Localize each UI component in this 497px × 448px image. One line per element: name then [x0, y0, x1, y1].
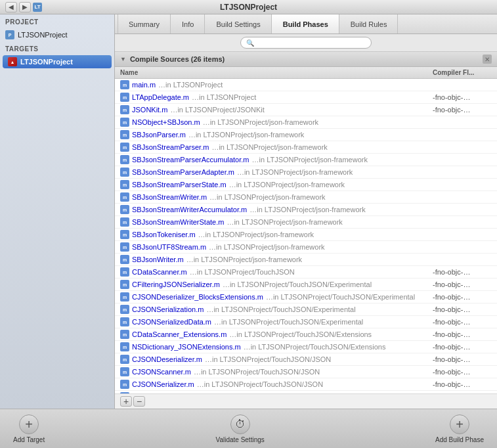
compiler-flags: -fno-objc-… [433, 343, 492, 351]
table-row[interactable]: mmain.m …in LTJSONProject [115, 79, 497, 91]
file-type-icon: m [120, 242, 129, 252]
add-target-action[interactable]: + Add Target [13, 414, 45, 443]
compiler-flags: -fno-objc-… [433, 330, 492, 338]
table-row[interactable]: mSBJsonStreamWriterAccumulator.m …in LTJ… [115, 204, 497, 216]
table-row[interactable]: mCJSONScanner.m …in LTJSONProject/TouchJ… [115, 366, 497, 378]
tab-info[interactable]: Info [171, 14, 205, 34]
table-row[interactable]: mCJSONDeserializer_BlocksExtensions.m …i… [115, 291, 497, 303]
validate-settings-icon: ⏱ [230, 414, 250, 434]
file-list: mmain.m …in LTJSONProjectmLTAppDelegate.… [115, 79, 497, 393]
search-input[interactable] [257, 39, 366, 47]
table-row[interactable]: mSBJsonStreamWriter.m …in LTJSONProject/… [115, 191, 497, 204]
sidebar: PROJECT P LTJSONProject TARGETS ▲ LTJSON… [0, 14, 115, 409]
file-name: CJSONScanner.m [132, 368, 191, 376]
file-name: SBJsonStreamParserState.m [132, 181, 227, 189]
file-name: LTAppDelegate.m [132, 93, 189, 101]
project-file-icon: P [5, 30, 14, 39]
file-path: …in LTJSONProject/TouchJSON/Extensions [244, 343, 386, 351]
file-path: …in LTJSONProject/json-framework [211, 143, 327, 151]
file-name: SBJsonTokeniser.m [132, 231, 196, 238]
file-list-container[interactable]: Name Compiler Fl... mmain.m …in LTJSONPr… [115, 67, 497, 393]
table-row[interactable]: mCJSONDeserializer.m …in LTJSONProject/T… [115, 353, 497, 366]
compile-sources-title: Compile Sources (26 items) [130, 55, 225, 63]
tab-build-settings[interactable]: Build Settings [205, 14, 271, 34]
search-bar: 🔍 [115, 34, 497, 52]
file-type-icon: m [120, 255, 129, 264]
table-row[interactable]: mSBJsonStreamParserAccumulator.m …in LTJ… [115, 154, 497, 166]
sidebar-item-project[interactable]: P LTJSONProject [0, 28, 114, 41]
nav-forward-button[interactable]: ▶ [19, 2, 31, 12]
table-row[interactable]: mCFilteringJSONSerializer.m …in LTJSONPr… [115, 279, 497, 291]
compiler-flags: -fno-objc-… [433, 268, 492, 276]
validate-settings-action[interactable]: ⏱ Validate Settings [215, 414, 264, 443]
close-section-button[interactable]: ✕ [483, 55, 492, 64]
table-row[interactable]: mSBJsonStreamParser.m …in LTJSONProject/… [115, 141, 497, 154]
compiler-flags: -fno-objc-… [433, 368, 492, 376]
file-type-icon: m [120, 367, 129, 376]
file-type-icon: m [120, 155, 129, 164]
file-name: JSONKit.m [132, 106, 167, 114]
table-row[interactable]: mNSDictionary_JSONExtensions.m …in LTJSO… [115, 341, 497, 353]
file-path: …in LTJSONProject/json-framework [188, 131, 304, 139]
tab-summary[interactable]: Summary [118, 14, 171, 34]
validate-settings-label: Validate Settings [215, 436, 264, 443]
file-path: …in LTJSONProject/TouchJSON/JSON [194, 368, 320, 376]
table-row[interactable]: mSBJsonWriter.m …in LTJSONProject/json-f… [115, 254, 497, 266]
file-name: SBJsonStreamWriter.m [132, 193, 207, 201]
add-file-button[interactable]: + [120, 396, 132, 407]
file-name: CJSONSerialization.m [132, 305, 204, 313]
file-type-icon: m [120, 342, 129, 351]
expand-icon[interactable]: ▼ [120, 56, 126, 62]
file-path: …in LTJSONProject/TouchJSON/Extensions [229, 330, 372, 338]
file-type-icon: m [120, 192, 129, 202]
table-row[interactable]: mSBJsonStreamParserState.m …in LTJSONPro… [115, 179, 497, 191]
table-row[interactable]: mCDataScanner_Extensions.m …in LTJSONPro… [115, 328, 497, 341]
compile-sources-header: ▼ Compile Sources (26 items) ✕ [115, 52, 497, 67]
title-bar: ◀ ▶ LT LTJSONProject [0, 0, 497, 14]
add-build-phase-icon: + [450, 414, 469, 434]
file-type-icon: m [120, 267, 129, 277]
sidebar-item-target[interactable]: ▲ LTJSONProject [3, 55, 112, 68]
remove-file-button[interactable]: − [133, 396, 145, 407]
tab-build-phases[interactable]: Build Phases [272, 14, 339, 34]
compiler-flags: -fno-objc-… [433, 106, 492, 114]
file-name: NSDictionary_JSONExtensions.m [132, 343, 241, 351]
table-row[interactable]: mCJSONSerializedData.m …in LTJSONProject… [115, 316, 497, 328]
add-build-phase-label: Add Build Phase [435, 436, 484, 443]
nav-back-button[interactable]: ◀ [5, 2, 17, 12]
table-row[interactable]: mSBJsonUTF8Stream.m …in LTJSONProject/js… [115, 241, 497, 254]
targets-section-header: TARGETS [0, 41, 114, 55]
file-path: …in LTJSONProject/json-framework [237, 168, 353, 176]
file-name: SBJsonWriter.m [132, 256, 184, 263]
file-path: …in LTJSONProject/TouchJSON/JSON [197, 380, 323, 388]
tab-bar: Summary Info Build Settings Build Phases… [115, 14, 497, 34]
file-type-icon: m [120, 105, 129, 114]
file-name: CJSONSerializedData.m [132, 318, 211, 326]
file-path: …in LTJSONProject/json-framework [252, 156, 368, 164]
file-type-icon: m [120, 330, 129, 339]
table-row[interactable]: mCJSONSerializer.m …in LTJSONProject/Tou… [115, 378, 497, 391]
table-row[interactable]: mSBJsonParser.m …in LTJSONProject/json-f… [115, 129, 497, 141]
file-type-icon: m [120, 205, 129, 214]
tab-build-rules[interactable]: Build Rules [339, 14, 399, 34]
file-type-icon: m [120, 217, 129, 227]
file-type-icon: m [120, 230, 129, 239]
table-row[interactable]: mCJSONSerialization.m …in LTJSONProject/… [115, 303, 497, 316]
add-build-phase-action[interactable]: + Add Build Phase [435, 414, 484, 443]
file-type-icon: m [120, 180, 129, 189]
file-path: …in LTJSONProject/json-framework [203, 118, 318, 126]
file-path: …in LTJSONProject [158, 81, 223, 89]
compiler-flags: -fno-objc-… [433, 305, 492, 313]
target-icon: ▲ [8, 57, 17, 66]
file-name: CJSONSerializer.m [132, 380, 194, 388]
table-row[interactable]: mSBJsonTokeniser.m …in LTJSONProject/jso… [115, 229, 497, 241]
table-row[interactable]: mSBJsonStreamParserAdapter.m …in LTJSONP… [115, 166, 497, 179]
table-row[interactable]: mNSObject+SBJson.m …in LTJSONProject/jso… [115, 116, 497, 129]
file-path: …in LTJSONProject/json-framework [186, 256, 302, 263]
file-path: …in LTJSONProject [192, 93, 256, 101]
table-row[interactable]: mCDataScanner.m …in LTJSONProject/TouchJ… [115, 266, 497, 279]
table-row[interactable]: mLTAppDelegate.m …in LTJSONProject-fno-o… [115, 91, 497, 104]
table-row[interactable]: mSBJsonStreamWriterState.m …in LTJSONPro… [115, 216, 497, 229]
table-row[interactable]: mJSONKit.m …in LTJSONProject/JSONKit-fno… [115, 104, 497, 116]
project-section-header: PROJECT [0, 14, 114, 28]
